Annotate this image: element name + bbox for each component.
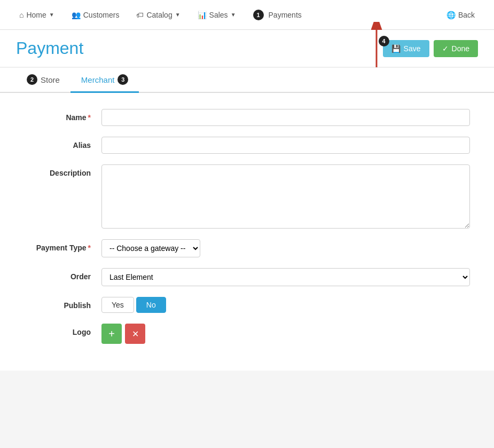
page-header: Payment 4 💾 Save ✓ Done <box>0 30 494 67</box>
save-label: Save <box>404 44 421 53</box>
store-tab-badge: 2 <box>27 74 37 85</box>
nav-sales[interactable]: 📊 Sales ▼ <box>189 0 245 30</box>
remove-logo-button[interactable]: ✕ <box>125 324 145 344</box>
nav-catalog[interactable]: 🏷 Catalog ▼ <box>128 0 189 30</box>
required-indicator: * <box>88 113 91 122</box>
payments-badge: 1 <box>253 10 264 20</box>
form-group-name: Name* <box>21 109 473 126</box>
form-group-order: Order Last Element <box>21 268 473 286</box>
home-icon: ⌂ <box>19 11 23 19</box>
name-label: Name* <box>21 109 91 122</box>
dropdown-arrow: ▼ <box>175 12 181 18</box>
form-group-payment-type: Payment Type* -- Choose a gateway -- <box>21 239 473 257</box>
publish-label: Publish <box>21 297 91 310</box>
nav-back[interactable]: 🌐 Back <box>438 11 483 19</box>
alias-input[interactable] <box>101 137 470 154</box>
sales-icon: 📊 <box>198 11 207 19</box>
nav-customers-label: Customers <box>83 11 120 19</box>
page-title: Payment <box>16 38 83 58</box>
nav-back-label: Back <box>458 11 475 19</box>
nav-sales-label: Sales <box>209 11 228 19</box>
name-input[interactable] <box>101 109 470 126</box>
nav-payments-label: Payments <box>269 11 302 19</box>
done-label: Done <box>452 44 469 53</box>
description-label: Description <box>21 164 91 177</box>
tab-merchant[interactable]: Merchant 3 <box>70 68 139 93</box>
publish-yes-button[interactable]: Yes <box>101 297 134 313</box>
dropdown-arrow: ▼ <box>49 12 54 18</box>
form-group-logo: Logo + ✕ <box>21 324 473 344</box>
logo-label: Logo <box>21 324 91 336</box>
nav-payments[interactable]: 1 Payments <box>245 0 310 30</box>
nav-customers[interactable]: 👥 Customers <box>63 0 128 30</box>
payment-type-select[interactable]: -- Choose a gateway -- <box>101 239 200 257</box>
navbar: ⌂ Home ▼ 👥 Customers 🏷 Catalog ▼ 📊 Sales… <box>0 0 494 30</box>
order-select[interactable]: Last Element <box>101 268 470 286</box>
form-container: Name* Alias Description Payment Type* --… <box>0 93 494 371</box>
description-input[interactable] <box>101 164 470 229</box>
done-icon: ✓ <box>442 44 449 53</box>
publish-no-button[interactable]: No <box>136 297 166 313</box>
publish-group: Yes No <box>101 297 166 313</box>
tab-merchant-label: Merchant <box>81 75 115 84</box>
tab-store-label: Store <box>41 75 60 84</box>
dropdown-arrow: ▼ <box>231 12 236 18</box>
save-icon: 💾 <box>391 44 401 53</box>
form-group-publish: Publish Yes No <box>21 297 473 313</box>
globe-icon: 🌐 <box>446 11 456 19</box>
form-group-alias: Alias <box>21 137 473 154</box>
remove-icon: ✕ <box>132 329 139 339</box>
tab-store[interactable]: 2 Store <box>16 68 70 93</box>
logo-group: + ✕ <box>101 324 145 344</box>
form-group-description: Description <box>21 164 473 229</box>
tabs-container: 2 Store Merchant 3 <box>0 68 494 93</box>
done-button[interactable]: ✓ Done <box>434 40 478 57</box>
merchant-tab-badge: 3 <box>117 74 128 85</box>
alias-label: Alias <box>21 137 91 150</box>
add-icon: + <box>108 328 115 340</box>
nav-home[interactable]: ⌂ Home ▼ <box>11 0 63 30</box>
nav-catalog-label: Catalog <box>146 11 172 19</box>
header-actions: 4 💾 Save ✓ Done <box>383 40 478 57</box>
payment-type-label: Payment Type* <box>21 239 91 252</box>
nav-home-label: Home <box>26 11 46 19</box>
save-button[interactable]: 4 💾 Save <box>383 40 429 57</box>
required-indicator-2: * <box>88 243 91 252</box>
catalog-icon: 🏷 <box>136 11 144 19</box>
save-badge: 4 <box>379 36 389 46</box>
add-logo-button[interactable]: + <box>101 324 122 344</box>
order-label: Order <box>21 268 91 281</box>
customers-icon: 👥 <box>72 11 81 19</box>
